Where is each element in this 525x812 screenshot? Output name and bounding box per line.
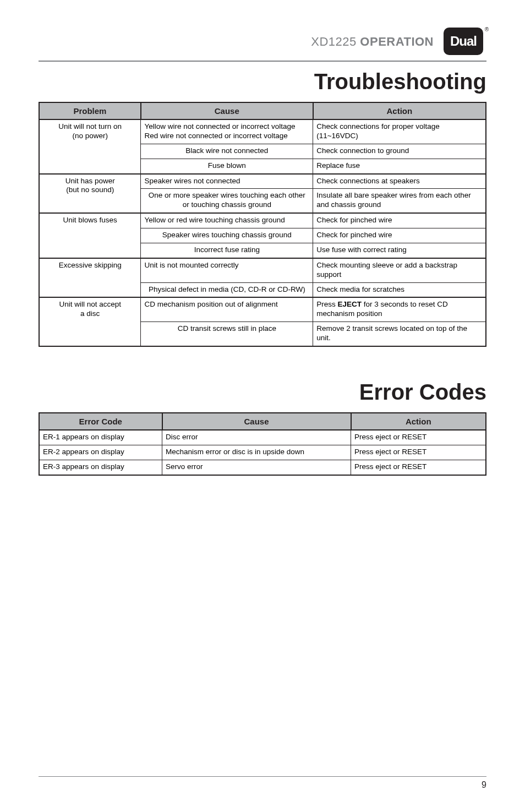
- problem-line: a disc: [80, 309, 100, 318]
- action-cell: Use fuse with correct rating: [313, 243, 486, 258]
- action-cell: Check for pinched wire: [313, 228, 486, 243]
- product-operation-label: XD1225 OPERATION: [311, 35, 434, 49]
- error-code-cell: ER-1 appears on display: [39, 430, 162, 445]
- cause-cell: Speaker wires not connected: [141, 174, 313, 189]
- header-row: XD1225 OPERATION Dual ®: [39, 28, 486, 56]
- action-cell: Check connections for proper voltage (11…: [313, 119, 486, 144]
- table-header-row: Problem Cause Action: [39, 102, 486, 119]
- problem-line: Unit will not turn on: [58, 122, 122, 130]
- brand-logo: Dual: [444, 28, 483, 55]
- table-row: Unit will not accept a disc CD mechanism…: [39, 297, 486, 321]
- page-number: 9: [39, 780, 486, 790]
- brand-logo-text: Dual: [450, 34, 477, 49]
- col-cause: Cause: [162, 413, 351, 430]
- table-row: Unit has power (but no sound) Speaker wi…: [39, 174, 486, 189]
- col-action: Action: [351, 413, 486, 430]
- spacer: [39, 476, 486, 760]
- troubleshooting-table: Problem Cause Action Unit will not turn …: [39, 102, 486, 347]
- header-divider: [39, 61, 486, 62]
- table-row: ER-2 appears on display Mechanism error …: [39, 445, 486, 460]
- col-action: Action: [313, 102, 486, 119]
- action-cell: Check connections at speakers: [313, 174, 486, 189]
- action-cell: Insulate all bare speaker wires from eac…: [313, 189, 486, 213]
- cause-cell: One or more speaker wires touching each …: [141, 189, 313, 213]
- cause-cell: Mechanism error or disc is in upside dow…: [162, 445, 351, 460]
- troubleshooting-title: Troubleshooting: [39, 69, 486, 94]
- cause-cell: Physical defect in media (CD, CD-R or CD…: [141, 282, 313, 297]
- problem-cell: Unit will not turn on (no power): [39, 119, 141, 174]
- problem-line: Excessive skipping: [59, 261, 122, 269]
- action-cell: Replace fuse: [313, 159, 486, 173]
- cause-cell: Yellow wire not connected or incorrect v…: [141, 119, 313, 144]
- action-cell: Check connection to ground: [313, 144, 486, 159]
- action-text: Press: [316, 300, 337, 308]
- error-code-cell: ER-3 appears on display: [39, 460, 162, 475]
- col-problem: Problem: [39, 102, 141, 119]
- table-row: Unit blows fuses Yellow or red wire touc…: [39, 213, 486, 228]
- cause-cell: Fuse blown: [141, 159, 313, 173]
- error-codes-table: Error Code Cause Action ER-1 appears on …: [39, 412, 486, 476]
- action-cell: Check for pinched wire: [313, 213, 486, 228]
- cause-cell: CD transit screws still in place: [141, 322, 313, 346]
- action-cell: Press EJECT for 3 seconds to reset CD me…: [313, 297, 486, 321]
- cause-cell: Black wire not connected: [141, 144, 313, 159]
- page: XD1225 OPERATION Dual ® Troubleshooting …: [0, 0, 525, 812]
- action-cell: Press eject or RESET: [351, 430, 486, 445]
- table-header-row: Error Code Cause Action: [39, 413, 486, 430]
- col-cause: Cause: [141, 102, 313, 119]
- problem-line: Unit will not accept: [59, 300, 121, 308]
- col-error-code: Error Code: [39, 413, 162, 430]
- table-row: ER-3 appears on display Servo error Pres…: [39, 460, 486, 475]
- problem-line: Unit has power: [65, 177, 115, 185]
- model-label: XD1225: [311, 35, 357, 48]
- problem-line: (but no sound): [66, 186, 114, 194]
- error-codes-title: Error Codes: [39, 380, 486, 405]
- error-code-cell: ER-2 appears on display: [39, 445, 162, 460]
- action-cell: Press eject or RESET: [351, 445, 486, 460]
- problem-cell: Unit has power (but no sound): [39, 174, 141, 214]
- action-cell: Press eject or RESET: [351, 460, 486, 475]
- operation-label: OPERATION: [360, 35, 434, 48]
- table-row: ER-1 appears on display Disc error Press…: [39, 430, 486, 445]
- footer-divider: [39, 776, 486, 777]
- problem-line: (no power): [72, 132, 108, 140]
- problem-line: Unit blows fuses: [63, 216, 117, 224]
- cause-cell: Yellow or red wire touching chassis grou…: [141, 213, 313, 228]
- cause-cell: Unit is not mounted correctly: [141, 258, 313, 282]
- cause-cell: CD mechanism position out of alignment: [141, 297, 313, 321]
- problem-cell: Excessive skipping: [39, 258, 141, 298]
- registered-icon: ®: [485, 26, 489, 32]
- action-cell: Check media for scratches: [313, 282, 486, 297]
- problem-cell: Unit blows fuses: [39, 213, 141, 258]
- problem-cell: Unit will not accept a disc: [39, 297, 141, 346]
- cause-cell: Speaker wires touching chassis ground: [141, 228, 313, 243]
- action-cell: Check mounting sleeve or add a backstrap…: [313, 258, 486, 282]
- action-bold: EJECT: [337, 300, 362, 308]
- table-row: Unit will not turn on (no power) Yellow …: [39, 119, 486, 144]
- cause-cell: Incorrect fuse rating: [141, 243, 313, 258]
- cause-cell: Disc error: [162, 430, 351, 445]
- brand-logo-wrap: Dual ®: [444, 28, 486, 56]
- table-row: Excessive skipping Unit is not mounted c…: [39, 258, 486, 282]
- action-cell: Remove 2 transit screws located on top o…: [313, 322, 486, 346]
- cause-cell: Servo error: [162, 460, 351, 475]
